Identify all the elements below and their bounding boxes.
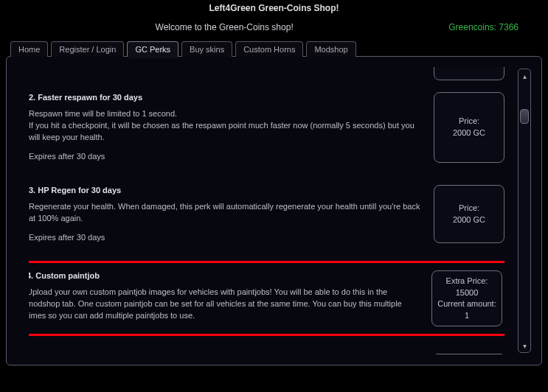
scroll-track[interactable] bbox=[518, 81, 530, 340]
perk-item: 3. HP Regen for 30 daysRegenerate your h… bbox=[29, 181, 504, 248]
tab-gc-perks[interactable]: GC Perks bbox=[127, 41, 178, 57]
price-line: Price: bbox=[459, 203, 479, 214]
scroll-down-button[interactable]: ▾ bbox=[519, 340, 530, 351]
tab-bar: HomeRegister / LoginGC PerksBuy skinsCus… bbox=[0, 41, 548, 57]
perks-panel: 2. Faster respawn for 30 daysRespawn tim… bbox=[6, 56, 542, 365]
perk-text: 4. Custom paintjobUpload your own custom… bbox=[29, 270, 420, 326]
perk-title: 4. Custom paintjob bbox=[29, 270, 420, 282]
scrollbar[interactable]: ▴ ▾ bbox=[518, 69, 531, 353]
perk-expires: Expires after 30 days bbox=[29, 232, 422, 244]
perk-text: 5. Voice bbox=[29, 354, 422, 354]
price-box-partial-top[interactable] bbox=[434, 67, 504, 80]
header-row: Welcome to the Green-Coins shop! Greenco… bbox=[0, 22, 548, 32]
price-line: 15000 bbox=[456, 287, 479, 298]
price-box[interactable]: Extra Price:15000Current amount:1 bbox=[431, 270, 502, 326]
perk-item: 5. Voice bbox=[29, 349, 504, 354]
tab-modshop[interactable]: Modshop bbox=[306, 41, 355, 57]
perk-title: 2. Faster respawn for 30 days bbox=[29, 92, 422, 104]
price-line: Current amount: bbox=[437, 298, 496, 309]
perk-item: 2. Faster respawn for 30 daysRespawn tim… bbox=[29, 88, 504, 167]
tab-home[interactable]: Home bbox=[10, 41, 48, 57]
greencoins-label: Greencoins: bbox=[448, 22, 496, 32]
price-line: 1 bbox=[465, 310, 469, 321]
perk-text: 3. HP Regen for 30 daysRegenerate your h… bbox=[29, 185, 422, 244]
perk-description: Respawn time will be limited to 1 second… bbox=[29, 108, 422, 144]
greencoins-counter: Greencoins: 7366 bbox=[448, 22, 518, 32]
greencoins-value: 7366 bbox=[499, 22, 518, 32]
price-line: 2000 GC bbox=[453, 214, 485, 225]
tab-register-login[interactable]: Register / Login bbox=[51, 41, 124, 57]
price-box[interactable]: Price:2000 GC bbox=[434, 92, 504, 163]
perk-expires: Expires after 30 days bbox=[29, 151, 422, 163]
price-line: Extra Price: bbox=[446, 276, 488, 287]
perk-text: 2. Faster respawn for 30 daysRespawn tim… bbox=[29, 92, 422, 163]
perk-title: 5. Voice bbox=[29, 354, 422, 354]
tab-buy-skins[interactable]: Buy skins bbox=[181, 41, 232, 57]
scroll-up-button[interactable]: ▴ bbox=[519, 71, 530, 81]
perk-item: 4. Custom paintjobUpload your own custom… bbox=[29, 261, 504, 336]
perk-list: 2. Faster respawn for 30 daysRespawn tim… bbox=[29, 67, 504, 354]
app-title: Left4Green Green-Coins Shop! bbox=[0, 0, 548, 22]
tab-custom-horns[interactable]: Custom Horns bbox=[235, 41, 303, 57]
welcome-text: Welcome to the Green-Coins shop! bbox=[0, 22, 448, 32]
price-box-partial-bottom[interactable] bbox=[434, 354, 504, 354]
perk-title: 3. HP Regen for 30 days bbox=[29, 185, 422, 197]
price-line: 2000 GC bbox=[453, 127, 485, 139]
price-line: Price: bbox=[459, 116, 479, 127]
price-box[interactable]: Price:2000 GC bbox=[434, 185, 504, 244]
perk-description: Regenerate your health. When damaged, th… bbox=[29, 201, 422, 225]
scroll-thumb[interactable] bbox=[520, 109, 529, 124]
perk-description: Upload your own custom paintjob images f… bbox=[29, 287, 420, 322]
